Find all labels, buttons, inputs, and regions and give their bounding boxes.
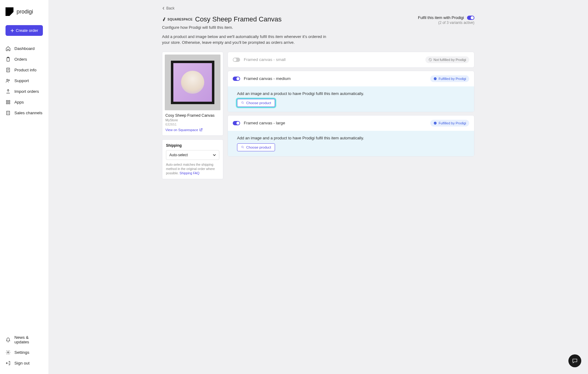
product-id: 632651: [165, 123, 221, 126]
clipboard-icon: [6, 57, 11, 62]
plus-icon: [10, 29, 14, 32]
logo: prodigi: [0, 6, 48, 25]
nav-bottom: News & updates Settings Sign out: [0, 332, 48, 368]
logo-icon: [6, 7, 13, 16]
info-file-icon: [6, 67, 11, 73]
chevron-down-icon: [213, 153, 216, 157]
status-badge: Not fulfilled by Prodigi: [425, 56, 469, 63]
svg-point-4: [9, 80, 10, 81]
product-store: MyStore: [165, 118, 221, 122]
search-icon: [241, 101, 244, 104]
chat-fab[interactable]: [568, 354, 581, 367]
brand-name: prodigi: [17, 9, 33, 15]
fulfil-toggle[interactable]: [467, 16, 474, 20]
fulfil-label: Fulfil this item with Prodigi: [418, 15, 464, 20]
nav-label: Product info: [14, 68, 36, 72]
shipping-faq-link[interactable]: Shipping FAQ: [179, 171, 199, 175]
back-link[interactable]: Back: [162, 5, 175, 12]
nav: Dashboard Orders Product info Support Im…: [0, 43, 48, 118]
building-icon: [6, 110, 11, 115]
product-name: Cosy Sheep Framed Canvas: [165, 113, 221, 118]
prohibit-icon: [428, 58, 432, 62]
choose-product-button[interactable]: Choose product: [237, 99, 275, 107]
nav-label: Import orders: [14, 89, 39, 94]
check-circle-icon: [433, 77, 437, 81]
svg-point-3: [7, 79, 8, 81]
svg-rect-5: [6, 100, 8, 102]
product-card: Cosy Sheep Framed Canvas MyStore 632651 …: [162, 52, 223, 136]
shipping-card: Shipping Auto-select Auto-select matches…: [162, 139, 223, 179]
grid-icon: [6, 100, 11, 105]
svg-point-13: [242, 102, 243, 104]
search-icon: [241, 145, 244, 149]
signout-icon: [6, 361, 11, 366]
status-badge: Fulfilled by Prodigi: [430, 120, 469, 127]
shipping-hint: Auto-select matches the shipping method …: [166, 162, 219, 176]
svg-point-15: [242, 146, 243, 148]
view-link-label: View on Squarespace: [165, 128, 198, 132]
nav-support[interactable]: Support: [0, 75, 48, 86]
variant-card: Framed canvas - large Fulfilled by Prodi…: [228, 115, 474, 157]
variants-list: Framed canvas - small Not fulfilled by P…: [228, 52, 474, 157]
nav-label: News & updates: [14, 335, 43, 344]
platform-badge: SQUARESPACE: [162, 17, 193, 21]
back-label: Back: [166, 6, 175, 10]
nav-settings[interactable]: Settings: [0, 347, 48, 358]
nav-import-orders[interactable]: Import orders: [0, 86, 48, 97]
home-icon: [6, 46, 11, 51]
create-order-label: Create order: [16, 28, 38, 33]
nav-sales-channels[interactable]: Sales channels: [0, 108, 48, 118]
nav-orders[interactable]: Orders: [0, 54, 48, 65]
variant-name: Framed canvas - small: [244, 57, 286, 62]
nav-label: Sign out: [14, 361, 30, 365]
svg-rect-8: [9, 103, 10, 104]
nav-label: Dashboard: [14, 46, 35, 51]
chat-icon: [572, 358, 578, 364]
nav-label: Apps: [14, 100, 24, 104]
fulfil-toggle-area: Fulfil this item with Prodigi (2 of 3 va…: [418, 15, 474, 25]
nav-label: Support: [14, 78, 29, 83]
choose-label: Choose product: [246, 145, 271, 149]
subtitle: Configure how Prodigi will fulfil this i…: [162, 25, 334, 30]
fulfil-sub: (2 of 3 variants active): [418, 21, 474, 25]
upload-icon: [6, 89, 11, 94]
product-image: [165, 55, 221, 110]
external-link-icon: [199, 128, 202, 131]
nav-news[interactable]: News & updates: [0, 332, 48, 347]
svg-rect-7: [6, 103, 8, 104]
svg-rect-9: [7, 111, 10, 115]
nav-dashboard[interactable]: Dashboard: [0, 43, 48, 54]
status-badge: Fulfilled by Prodigi: [430, 75, 469, 82]
view-on-platform-link[interactable]: View on Squarespace: [165, 128, 203, 133]
variant-name: Framed canvas - large: [244, 121, 285, 125]
shipping-select[interactable]: Auto-select: [166, 150, 219, 160]
variant-toggle[interactable]: [233, 121, 240, 125]
page-title: Cosy Sheep Framed Canvas: [195, 15, 281, 23]
people-icon: [6, 78, 11, 83]
squarespace-icon: [162, 17, 166, 21]
create-order-button[interactable]: Create order: [6, 25, 43, 36]
nav-label: Orders: [14, 57, 27, 62]
variant-card: Framed canvas - small Not fulfilled by P…: [228, 52, 474, 68]
variant-body-text: Add an image and a product to have Prodi…: [237, 136, 465, 140]
choose-product-button[interactable]: Choose product: [237, 143, 275, 151]
shipping-title: Shipping: [166, 143, 219, 148]
variant-name: Framed canvas - medium: [244, 76, 291, 81]
sidebar: prodigi Create order Dashboard Orders Pr…: [0, 0, 48, 374]
nav-signout[interactable]: Sign out: [0, 358, 48, 368]
nav-product-info[interactable]: Product info: [0, 65, 48, 75]
variant-card: Framed canvas - medium Fulfilled by Prod…: [228, 71, 474, 112]
shipping-selected: Auto-select: [169, 153, 188, 157]
nav-label: Settings: [14, 350, 29, 355]
nav-apps[interactable]: Apps: [0, 97, 48, 108]
description: Add a product and image below and we'll …: [162, 34, 334, 46]
variant-toggle[interactable]: [233, 58, 240, 62]
svg-point-10: [7, 352, 9, 353]
nav-label: Sales channels: [14, 111, 43, 115]
main-content: Back SQUARESPACE Cosy Sheep Framed Canva…: [48, 0, 588, 374]
variant-toggle[interactable]: [233, 77, 240, 81]
chevron-left-icon: [162, 7, 165, 10]
choose-label: Choose product: [246, 101, 271, 105]
check-circle-icon: [433, 121, 437, 125]
variant-body-text: Add an image and a product to have Prodi…: [237, 91, 465, 96]
